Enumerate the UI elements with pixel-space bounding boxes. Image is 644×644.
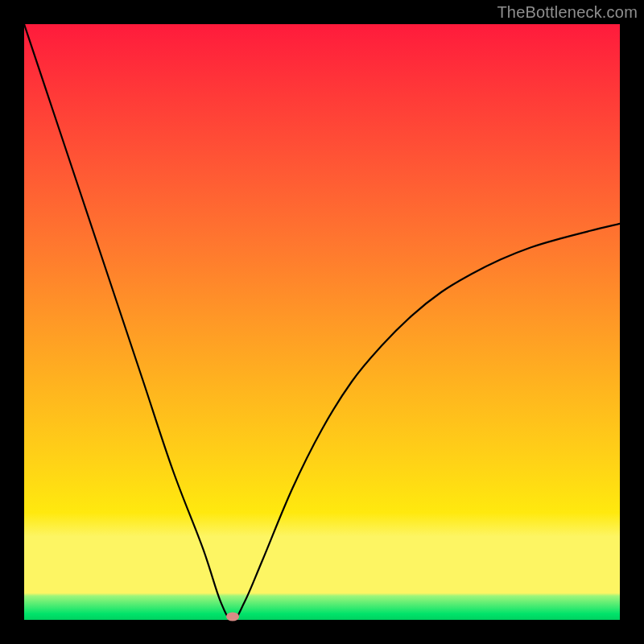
watermark-text: TheBottleneck.com bbox=[497, 3, 638, 22]
plot-area bbox=[24, 24, 620, 620]
bottleneck-curve bbox=[24, 24, 620, 620]
chart-frame: TheBottleneck.com bbox=[0, 0, 644, 644]
optimum-marker bbox=[226, 613, 239, 621]
